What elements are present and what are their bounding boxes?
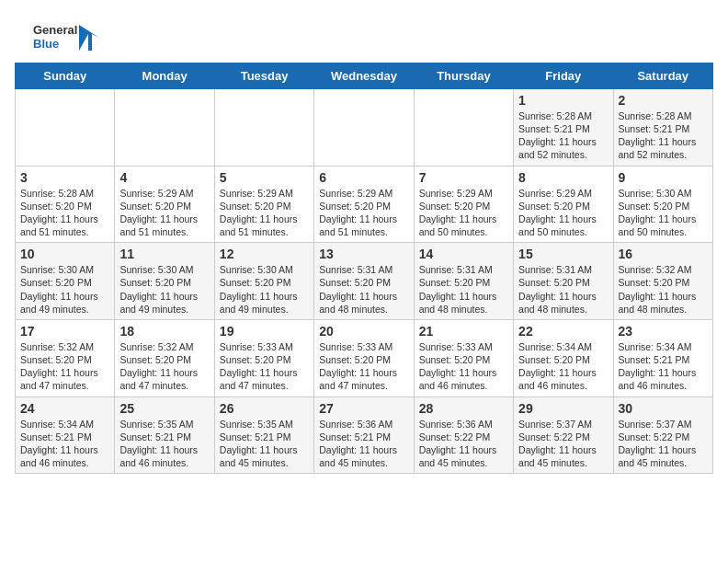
- day-number: 17: [20, 324, 109, 339]
- day-info: Sunrise: 5:32 AM Sunset: 5:20 PM Dayligh…: [619, 263, 708, 316]
- day-number: 25: [119, 401, 209, 416]
- day-info: Sunrise: 5:34 AM Sunset: 5:21 PM Dayligh…: [20, 418, 109, 470]
- calendar-cell: 21Sunrise: 5:33 AM Sunset: 5:20 PM Dayli…: [414, 319, 513, 396]
- day-info: Sunrise: 5:34 AM Sunset: 5:21 PM Dayligh…: [619, 340, 708, 393]
- day-number: 20: [319, 324, 408, 339]
- day-number: 12: [220, 247, 309, 261]
- day-info: Sunrise: 5:29 AM Sunset: 5:20 PM Dayligh…: [220, 187, 309, 239]
- calendar-cell: [16, 88, 115, 166]
- day-info: Sunrise: 5:31 AM Sunset: 5:20 PM Dayligh…: [518, 263, 608, 316]
- calendar-cell: 20Sunrise: 5:33 AM Sunset: 5:20 PM Dayli…: [314, 319, 414, 396]
- day-info: Sunrise: 5:37 AM Sunset: 5:22 PM Dayligh…: [619, 418, 708, 470]
- calendar-cell: [115, 88, 214, 166]
- day-number: 30: [619, 401, 708, 416]
- calendar-cell: 11Sunrise: 5:30 AM Sunset: 5:20 PM Dayli…: [115, 243, 214, 320]
- day-number: 13: [319, 247, 408, 261]
- calendar-cell: 7Sunrise: 5:29 AM Sunset: 5:20 PM Daylig…: [414, 166, 513, 243]
- subtitle: [15, 55, 713, 63]
- weekday-header-wednesday: Wednesday: [314, 63, 414, 88]
- calendar-cell: 13Sunrise: 5:31 AM Sunset: 5:20 PM Dayli…: [314, 243, 414, 320]
- logo: General Blue: [33, 24, 99, 52]
- day-info: Sunrise: 5:30 AM Sunset: 5:20 PM Dayligh…: [119, 263, 209, 316]
- svg-marker-0: [79, 25, 99, 51]
- day-number: 4: [119, 170, 209, 185]
- day-info: Sunrise: 5:37 AM Sunset: 5:22 PM Dayligh…: [518, 418, 608, 470]
- day-info: Sunrise: 5:33 AM Sunset: 5:20 PM Dayligh…: [419, 340, 508, 393]
- day-number: 27: [319, 401, 408, 416]
- calendar-cell: 28Sunrise: 5:36 AM Sunset: 5:22 PM Dayli…: [414, 396, 513, 474]
- calendar-cell: 4Sunrise: 5:29 AM Sunset: 5:20 PM Daylig…: [115, 166, 214, 243]
- day-info: Sunrise: 5:36 AM Sunset: 5:22 PM Dayligh…: [419, 418, 508, 470]
- calendar-cell: 10Sunrise: 5:30 AM Sunset: 5:20 PM Dayli…: [16, 243, 115, 320]
- calendar-cell: 8Sunrise: 5:29 AM Sunset: 5:20 PM Daylig…: [514, 166, 613, 243]
- calendar-cell: 3Sunrise: 5:28 AM Sunset: 5:20 PM Daylig…: [16, 166, 115, 243]
- day-info: Sunrise: 5:30 AM Sunset: 5:20 PM Dayligh…: [20, 263, 109, 316]
- day-info: Sunrise: 5:31 AM Sunset: 5:20 PM Dayligh…: [419, 263, 508, 316]
- day-number: 6: [319, 170, 408, 185]
- day-info: Sunrise: 5:29 AM Sunset: 5:20 PM Dayligh…: [419, 187, 508, 239]
- day-info: Sunrise: 5:35 AM Sunset: 5:21 PM Dayligh…: [119, 418, 209, 470]
- day-info: Sunrise: 5:28 AM Sunset: 5:21 PM Dayligh…: [619, 109, 708, 162]
- day-number: 16: [619, 247, 708, 261]
- day-number: 5: [220, 170, 309, 185]
- day-number: 26: [220, 401, 309, 416]
- day-info: Sunrise: 5:33 AM Sunset: 5:20 PM Dayligh…: [319, 340, 408, 393]
- weekday-header-thursday: Thursday: [414, 63, 513, 88]
- day-info: Sunrise: 5:29 AM Sunset: 5:20 PM Dayligh…: [119, 187, 209, 239]
- calendar-cell: 5Sunrise: 5:29 AM Sunset: 5:20 PM Daylig…: [214, 166, 313, 243]
- calendar-cell: 25Sunrise: 5:35 AM Sunset: 5:21 PM Dayli…: [115, 396, 214, 474]
- calendar-cell: 9Sunrise: 5:30 AM Sunset: 5:20 PM Daylig…: [613, 166, 712, 243]
- day-info: Sunrise: 5:30 AM Sunset: 5:20 PM Dayligh…: [220, 263, 309, 316]
- calendar-cell: 18Sunrise: 5:32 AM Sunset: 5:20 PM Dayli…: [115, 319, 214, 396]
- day-number: 8: [518, 170, 608, 185]
- weekday-header-saturday: Saturday: [613, 63, 712, 88]
- weekday-header-sunday: Sunday: [16, 63, 115, 88]
- calendar-cell: 6Sunrise: 5:29 AM Sunset: 5:20 PM Daylig…: [314, 166, 414, 243]
- calendar-cell: 24Sunrise: 5:34 AM Sunset: 5:21 PM Dayli…: [16, 396, 115, 474]
- calendar-cell: 26Sunrise: 5:35 AM Sunset: 5:21 PM Dayli…: [214, 396, 313, 474]
- day-number: 22: [518, 324, 608, 339]
- day-number: 18: [119, 324, 209, 339]
- day-info: Sunrise: 5:32 AM Sunset: 5:20 PM Dayligh…: [20, 340, 109, 393]
- weekday-header-monday: Monday: [115, 63, 214, 88]
- day-number: 19: [220, 324, 309, 339]
- day-number: 10: [20, 247, 109, 261]
- calendar-cell: 15Sunrise: 5:31 AM Sunset: 5:20 PM Dayli…: [514, 243, 613, 320]
- calendar-cell: 22Sunrise: 5:34 AM Sunset: 5:20 PM Dayli…: [514, 319, 613, 396]
- day-number: 9: [619, 170, 708, 185]
- calendar-cell: 16Sunrise: 5:32 AM Sunset: 5:20 PM Dayli…: [613, 243, 712, 320]
- day-number: 7: [419, 170, 508, 185]
- calendar-cell: 17Sunrise: 5:32 AM Sunset: 5:20 PM Dayli…: [16, 319, 115, 396]
- weekday-header-friday: Friday: [514, 63, 613, 88]
- day-number: 21: [419, 324, 508, 339]
- day-number: 1: [518, 93, 608, 108]
- calendar-cell: 1Sunrise: 5:28 AM Sunset: 5:21 PM Daylig…: [514, 88, 613, 166]
- day-number: 11: [119, 247, 209, 261]
- calendar-table: SundayMondayTuesdayWednesdayThursdayFrid…: [15, 63, 713, 474]
- day-info: Sunrise: 5:36 AM Sunset: 5:21 PM Dayligh…: [319, 418, 408, 470]
- day-info: Sunrise: 5:28 AM Sunset: 5:20 PM Dayligh…: [20, 187, 109, 239]
- day-info: Sunrise: 5:29 AM Sunset: 5:20 PM Dayligh…: [319, 187, 408, 239]
- calendar-cell: 27Sunrise: 5:36 AM Sunset: 5:21 PM Dayli…: [314, 396, 414, 474]
- calendar-cell: [414, 88, 513, 166]
- calendar-cell: 29Sunrise: 5:37 AM Sunset: 5:22 PM Dayli…: [514, 396, 613, 474]
- day-info: Sunrise: 5:33 AM Sunset: 5:20 PM Dayligh…: [220, 340, 309, 393]
- day-info: Sunrise: 5:34 AM Sunset: 5:20 PM Dayligh…: [518, 340, 608, 393]
- day-info: Sunrise: 5:29 AM Sunset: 5:20 PM Dayligh…: [518, 187, 608, 239]
- weekday-header-tuesday: Tuesday: [214, 63, 313, 88]
- day-number: 24: [20, 401, 109, 416]
- calendar-cell: [214, 88, 313, 166]
- day-number: 23: [619, 324, 708, 339]
- calendar-cell: 23Sunrise: 5:34 AM Sunset: 5:21 PM Dayli…: [613, 319, 712, 396]
- calendar-cell: [314, 88, 414, 166]
- day-info: Sunrise: 5:30 AM Sunset: 5:20 PM Dayligh…: [619, 187, 708, 239]
- calendar-cell: 14Sunrise: 5:31 AM Sunset: 5:20 PM Dayli…: [414, 243, 513, 320]
- day-number: 28: [419, 401, 508, 416]
- day-number: 14: [419, 247, 508, 261]
- day-info: Sunrise: 5:32 AM Sunset: 5:20 PM Dayligh…: [119, 340, 209, 393]
- calendar-cell: 12Sunrise: 5:30 AM Sunset: 5:20 PM Dayli…: [214, 243, 313, 320]
- day-number: 3: [20, 170, 109, 185]
- calendar-cell: 2Sunrise: 5:28 AM Sunset: 5:21 PM Daylig…: [613, 88, 712, 166]
- day-number: 15: [518, 247, 608, 261]
- day-info: Sunrise: 5:31 AM Sunset: 5:20 PM Dayligh…: [319, 263, 408, 316]
